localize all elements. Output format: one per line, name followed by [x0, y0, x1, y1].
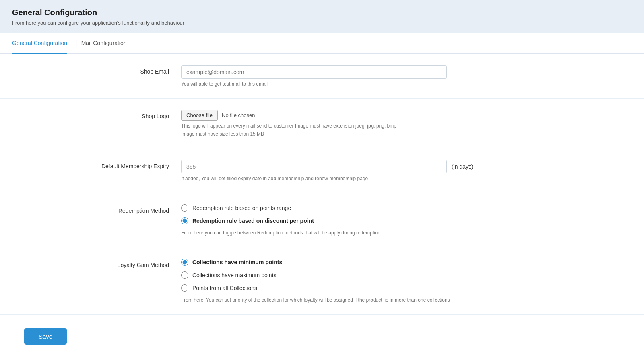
expiry-row: (in days): [181, 160, 632, 173]
membership-expiry-content: (in days) If added, You will get filled …: [181, 160, 632, 181]
redemption-option-range[interactable]: Redemption rule based on points range: [181, 204, 632, 212]
tab-mail[interactable]: Mail Configuration: [81, 33, 127, 54]
loyalty-label-minimum: Collections have minimum points: [192, 259, 282, 265]
shop-logo-label: Shop Logo: [12, 110, 181, 119]
choose-file-button[interactable]: Choose file: [181, 110, 218, 121]
shop-email-input[interactable]: [181, 65, 447, 79]
shop-email-content: You will able to get test mail to this e…: [181, 65, 632, 87]
loyalty-radio-all[interactable]: [181, 284, 188, 292]
redemption-radio-range[interactable]: [181, 204, 188, 212]
bottom-bar: Save: [0, 315, 644, 362]
loyalty-label-maximum: Collections have maximum points: [192, 272, 277, 278]
loyalty-gain-content: Collections have minimum points Collecti…: [181, 259, 632, 303]
membership-expiry-label: Default Membership Expiry: [12, 160, 181, 169]
tab-divider: |: [75, 39, 77, 47]
file-input-row: Choose file No file chosen: [181, 110, 632, 121]
redemption-method-section: Redemption Method Redemption rule based …: [0, 193, 644, 247]
content-area: Shop Email You will able to get test mai…: [0, 54, 644, 362]
loyalty-gain-section: Loyalty Gain Method Collections have min…: [0, 247, 644, 315]
loyalty-gain-label: Loyalty Gain Method: [12, 259, 181, 268]
shop-logo-content: Choose file No file chosen This logo wil…: [181, 110, 632, 137]
redemption-label-discount: Redemption rule based on discount per po…: [192, 218, 314, 224]
shop-email-section: Shop Email You will able to get test mai…: [0, 54, 644, 99]
page-title: General Configuration: [12, 8, 632, 17]
expiry-hint: If added, You will get filled expiry dat…: [181, 176, 632, 181]
loyalty-option-all[interactable]: Points from all Collections: [181, 284, 632, 292]
expiry-input[interactable]: [181, 160, 447, 173]
loyalty-hint: From here, You can set priority of the c…: [181, 297, 632, 303]
loyalty-radio-minimum[interactable]: [181, 259, 188, 266]
no-file-text: No file chosen: [222, 112, 255, 118]
loyalty-option-minimum[interactable]: Collections have minimum points: [181, 259, 632, 266]
loyalty-radio-maximum[interactable]: [181, 272, 188, 279]
redemption-method-content: Redemption rule based on points range Re…: [181, 204, 632, 236]
shop-email-hint: You will able to get test mail to this e…: [181, 81, 632, 87]
redemption-option-discount[interactable]: Redemption rule based on discount per po…: [181, 217, 632, 224]
in-days-label: (in days): [452, 163, 473, 170]
redemption-label-range: Redemption rule based on points range: [192, 205, 291, 211]
page-wrapper: General Configuration From here you can …: [0, 0, 644, 362]
shop-logo-hint1: This logo will appear on every mail send…: [181, 123, 632, 129]
redemption-hint: From here you can toggle between Redempt…: [181, 230, 632, 236]
loyalty-label-all: Points from all Collections: [192, 285, 257, 291]
redemption-radio-discount[interactable]: [181, 217, 188, 224]
page-subtitle: From here you can configure your applica…: [12, 20, 632, 26]
shop-logo-hint2: Image must have size less than 15 MB: [181, 131, 632, 137]
save-button[interactable]: Save: [24, 328, 67, 345]
redemption-method-label: Redemption Method: [12, 204, 181, 214]
header-section: General Configuration From here you can …: [0, 0, 644, 33]
tabs-bar: General Configuration | Mail Configurati…: [0, 33, 644, 54]
loyalty-option-maximum[interactable]: Collections have maximum points: [181, 272, 632, 279]
shop-logo-section: Shop Logo Choose file No file chosen Thi…: [0, 99, 644, 148]
shop-email-label: Shop Email: [12, 65, 181, 75]
membership-expiry-section: Default Membership Expiry (in days) If a…: [0, 148, 644, 193]
tab-general[interactable]: General Configuration: [12, 33, 67, 54]
